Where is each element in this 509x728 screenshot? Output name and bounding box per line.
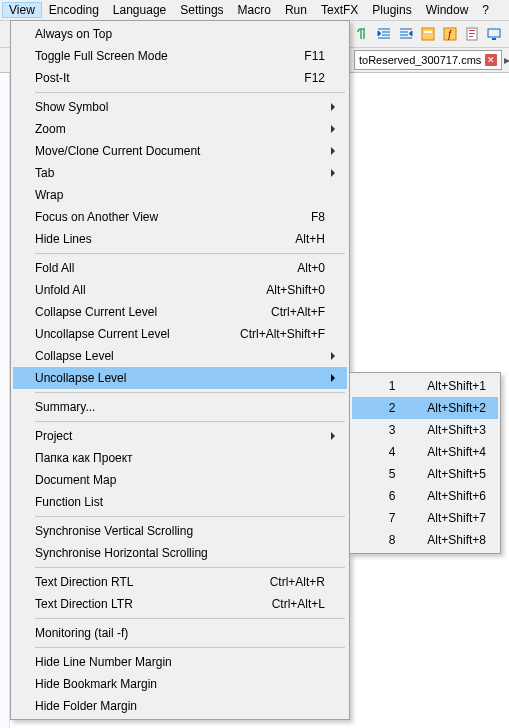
submenu-number: 5: [382, 467, 402, 481]
svg-rect-8: [488, 29, 500, 37]
submenu-item-1[interactable]: 1Alt+Shift+1: [352, 375, 498, 397]
mi-post-it[interactable]: Post-ItF12: [13, 67, 347, 89]
submenu-item-2[interactable]: 2Alt+Shift+2: [352, 397, 498, 419]
menu-run[interactable]: Run: [278, 2, 314, 18]
submenu-item-4[interactable]: 4Alt+Shift+4: [352, 441, 498, 463]
mi-shortcut: Ctrl+Alt+L: [260, 597, 325, 611]
gutter: [0, 73, 10, 728]
mi-monitoring[interactable]: Monitoring (tail -f): [13, 622, 347, 644]
mi-label: Unfold All: [35, 283, 254, 297]
menu-settings[interactable]: Settings: [173, 2, 230, 18]
menu-view[interactable]: View: [2, 2, 42, 18]
mi-label: Document Map: [35, 473, 325, 487]
mi-focus-another[interactable]: Focus on Another ViewF8: [13, 206, 347, 228]
menu-macro[interactable]: Macro: [231, 2, 278, 18]
svg-rect-9: [492, 38, 496, 40]
mi-shortcut: F8: [299, 210, 325, 224]
mi-function-list[interactable]: Function List: [13, 491, 347, 513]
uncollapse-level-submenu: 1Alt+Shift+12Alt+Shift+23Alt+Shift+34Alt…: [349, 372, 501, 554]
mi-show-symbol[interactable]: Show Symbol: [13, 96, 347, 118]
mi-label: Hide Bookmark Margin: [35, 677, 325, 691]
menu-textfx[interactable]: TextFX: [314, 2, 365, 18]
menu-language[interactable]: Language: [106, 2, 173, 18]
mi-fold-all[interactable]: Fold AllAlt+0: [13, 257, 347, 279]
submenu-number: 7: [382, 511, 402, 525]
mi-uncollapse-level[interactable]: Uncollapse Level: [13, 367, 347, 389]
mi-shortcut: F11: [292, 49, 325, 63]
mi-label: Focus on Another View: [35, 210, 299, 224]
mi-label: Папка как Проект: [35, 451, 325, 465]
mi-collapse-level[interactable]: Collapse Level: [13, 345, 347, 367]
mi-text-rtl[interactable]: Text Direction RTLCtrl+Alt+R: [13, 571, 347, 593]
mi-collapse-current[interactable]: Collapse Current LevelCtrl+Alt+F: [13, 301, 347, 323]
tab-scroll-right-icon[interactable]: ▸: [504, 52, 509, 68]
mi-project[interactable]: Project: [13, 425, 347, 447]
close-icon[interactable]: ✕: [485, 54, 497, 66]
mi-label: Tab: [35, 166, 325, 180]
mi-label: Text Direction RTL: [35, 575, 258, 589]
menu-separator: [35, 421, 345, 422]
mi-document-map[interactable]: Document Map: [13, 469, 347, 491]
mi-label: Toggle Full Screen Mode: [35, 49, 292, 63]
menu-window[interactable]: Window: [419, 2, 476, 18]
menu-plugins[interactable]: Plugins: [365, 2, 418, 18]
mi-label: Function List: [35, 495, 325, 509]
toolbar-btn-monitor-icon[interactable]: [484, 24, 504, 44]
submenu-item-3[interactable]: 3Alt+Shift+3: [352, 419, 498, 441]
submenu-item-8[interactable]: 8Alt+Shift+8: [352, 529, 498, 551]
view-dropdown: Always on Top Toggle Full Screen ModeF11…: [10, 20, 350, 720]
mi-sync-vertical[interactable]: Synchronise Vertical Scrolling: [13, 520, 347, 542]
toolbar-btn-indent-icon[interactable]: [374, 24, 394, 44]
mi-uncollapse-current[interactable]: Uncollapse Current LevelCtrl+Alt+Shift+F: [13, 323, 347, 345]
submenu-shortcut: Alt+Shift+8: [402, 533, 486, 547]
mi-shortcut: Alt+H: [283, 232, 325, 246]
mi-summary[interactable]: Summary...: [13, 396, 347, 418]
mi-label: Post-It: [35, 71, 292, 85]
submenu-number: 4: [382, 445, 402, 459]
toolbar-btn-document-map-icon[interactable]: [462, 24, 482, 44]
menu-help[interactable]: ?: [475, 2, 496, 18]
toolbar-btn-paragraph-icon[interactable]: [352, 24, 372, 44]
mi-folder-as-project[interactable]: Папка как Проект: [13, 447, 347, 469]
mi-tab[interactable]: Tab: [13, 162, 347, 184]
mi-label: Monitoring (tail -f): [35, 626, 325, 640]
menu-separator: [35, 392, 345, 393]
toolbar-btn-form-icon[interactable]: [418, 24, 438, 44]
mi-label: Collapse Level: [35, 349, 325, 363]
document-tab-label: toReserved_300717.cms: [359, 54, 481, 66]
menu-separator: [35, 92, 345, 93]
mi-always-on-top[interactable]: Always on Top: [13, 23, 347, 45]
submenu-number: 8: [382, 533, 402, 547]
mi-wrap[interactable]: Wrap: [13, 184, 347, 206]
document-tab[interactable]: toReserved_300717.cms ✕: [354, 50, 502, 70]
mi-unfold-all[interactable]: Unfold AllAlt+Shift+0: [13, 279, 347, 301]
submenu-item-7[interactable]: 7Alt+Shift+7: [352, 507, 498, 529]
mi-shortcut: Ctrl+Alt+Shift+F: [228, 327, 325, 341]
submenu-item-6[interactable]: 6Alt+Shift+6: [352, 485, 498, 507]
menu-encoding[interactable]: Encoding: [42, 2, 106, 18]
mi-sync-horizontal[interactable]: Synchronise Horizontal Scrolling: [13, 542, 347, 564]
mi-label: Summary...: [35, 400, 325, 414]
submenu-item-5[interactable]: 5Alt+Shift+5: [352, 463, 498, 485]
mi-hide-bookmark[interactable]: Hide Bookmark Margin: [13, 673, 347, 695]
mi-label: Collapse Current Level: [35, 305, 259, 319]
submenu-shortcut: Alt+Shift+6: [402, 489, 486, 503]
toolbar-btn-function-icon[interactable]: ƒ: [440, 24, 460, 44]
mi-label: Hide Lines: [35, 232, 283, 246]
mi-text-ltr[interactable]: Text Direction LTRCtrl+Alt+L: [13, 593, 347, 615]
menu-separator: [35, 253, 345, 254]
mi-zoom[interactable]: Zoom: [13, 118, 347, 140]
mi-label: Show Symbol: [35, 100, 325, 114]
submenu-shortcut: Alt+Shift+2: [402, 401, 486, 415]
mi-label: Synchronise Horizontal Scrolling: [35, 546, 325, 560]
mi-label: Text Direction LTR: [35, 597, 260, 611]
mi-toggle-full-screen[interactable]: Toggle Full Screen ModeF11: [13, 45, 347, 67]
mi-hide-lines[interactable]: Hide LinesAlt+H: [13, 228, 347, 250]
submenu-shortcut: Alt+Shift+5: [402, 467, 486, 481]
mi-label: Uncollapse Current Level: [35, 327, 228, 341]
mi-hide-folder[interactable]: Hide Folder Margin: [13, 695, 347, 717]
mi-move-clone[interactable]: Move/Clone Current Document: [13, 140, 347, 162]
toolbar-btn-outdent-icon[interactable]: [396, 24, 416, 44]
svg-rect-0: [422, 28, 434, 40]
mi-hide-linenum[interactable]: Hide Line Number Margin: [13, 651, 347, 673]
